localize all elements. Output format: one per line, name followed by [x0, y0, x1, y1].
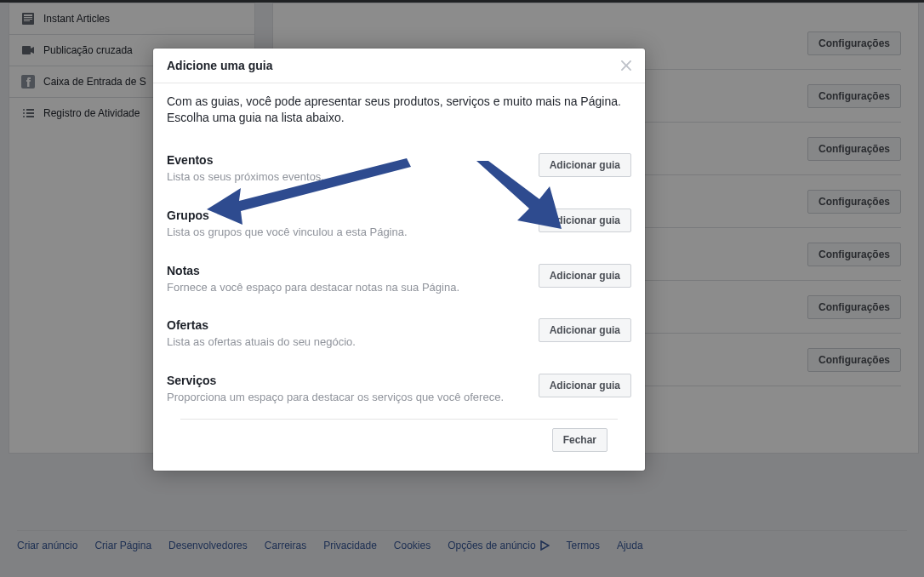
modal-header: Adicione uma guia: [153, 49, 645, 83]
tab-option: OfertasLista as ofertas atuais do seu ne…: [167, 308, 631, 363]
modal-title: Adicione uma guia: [167, 59, 272, 72]
tab-option: NotasFornece a você espaço para destacar…: [167, 254, 631, 309]
tab-option-title: Serviços: [167, 374, 522, 387]
annotation-arrow-left: [207, 158, 411, 226]
tab-option-desc: Proporciona um espaço para destacar os s…: [167, 391, 522, 405]
add-tab-option-button[interactable]: Adicionar guia: [539, 374, 631, 397]
annotation-arrow-right: [476, 161, 562, 229]
modal-body: Com as guias, você pode apresentar seus …: [153, 83, 645, 471]
add-tab-option-button[interactable]: Adicionar guia: [539, 264, 631, 288]
close-icon[interactable]: [621, 60, 631, 71]
tab-option-title: Ofertas: [167, 318, 522, 332]
tab-option-desc: Fornece a você espaço para destacar nota…: [167, 281, 522, 295]
modal-footer: Fechar: [180, 419, 618, 460]
tab-option-desc: Lista as ofertas atuais do seu negócio.: [167, 335, 522, 350]
svg-marker-16: [476, 161, 562, 229]
add-tab-modal: Adicione uma guia Com as guias, você pod…: [153, 49, 645, 471]
svg-marker-15: [207, 158, 411, 225]
modal-intro: Com as guias, você pode apresentar seus …: [167, 94, 631, 126]
add-tab-option-button[interactable]: Adicionar guia: [539, 318, 631, 342]
tab-option-desc: Lista os grupos que você vinculou a esta…: [167, 226, 522, 240]
tab-option-title: Notas: [167, 264, 522, 277]
close-button[interactable]: Fechar: [552, 428, 607, 452]
tab-option: ServiçosProporciona um espaço para desta…: [167, 363, 631, 419]
